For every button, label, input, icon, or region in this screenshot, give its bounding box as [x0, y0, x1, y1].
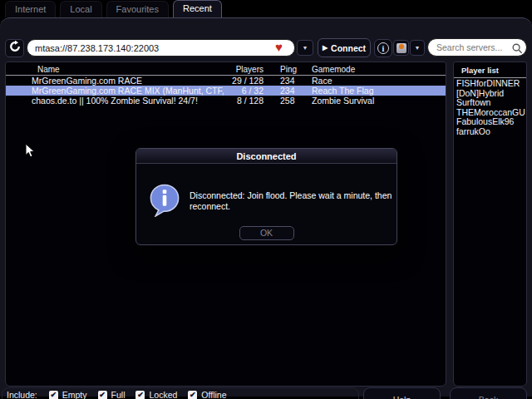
checkbox-icon[interactable]: ✔: [135, 391, 145, 399]
refresh-icon: [9, 41, 21, 56]
player-list-panel: Player list FISHforDINNER[DoN]HybridSurf…: [453, 62, 527, 387]
include-label: Include:: [7, 390, 37, 399]
dialog-title: Disconnected: [136, 149, 397, 164]
filter-label: Full: [111, 390, 126, 399]
table-row[interactable]: MrGreenGaming.com RACE29 / 128234Race: [6, 76, 446, 86]
table-row[interactable]: MrGreenGaming.com RACE MIX (ManHunt, CTF…: [6, 86, 446, 96]
info-bubble-icon: [149, 184, 180, 217]
include-filter-row: Include: ✔Empty✔Full✔Locked✔Offline: [7, 390, 238, 399]
player-list-item[interactable]: Surftown: [454, 98, 526, 108]
table-row[interactable]: chaos.de.to || 100% Zombie Survival! 24/…: [6, 96, 446, 106]
player-list-item[interactable]: FISHforDINNER: [454, 79, 526, 89]
cell-name: MrGreenGaming.com RACE MIX (ManHunt, CTF…: [6, 86, 227, 96]
player-list-title: Player list: [454, 62, 526, 78]
player-list-item[interactable]: [DoN]Hybrid: [454, 89, 526, 99]
player-list-item[interactable]: farrukOo: [454, 127, 526, 137]
disconnected-dialog: Disconnected Disconnected: Join flood. P…: [135, 148, 397, 245]
cell-gamemode: Race: [307, 76, 446, 86]
cell-ping: 234: [264, 86, 307, 96]
server-options-button[interactable]: [393, 40, 409, 56]
server-options-icon: [397, 43, 406, 53]
column-header-ping[interactable]: Ping: [264, 65, 307, 74]
connect-label: Connect: [331, 43, 366, 53]
server-rows: MrGreenGaming.com RACE29 / 128234RaceMrG…: [6, 76, 446, 106]
checkbox-icon[interactable]: ✔: [188, 391, 197, 399]
address-dropdown-button[interactable]: ▼: [297, 40, 313, 56]
cell-name: chaos.de.to || 100% Zombie Survival! 24/…: [6, 96, 227, 106]
filter-label: Locked: [149, 390, 177, 399]
tab-recent[interactable]: Recent: [173, 0, 222, 17]
help-label: Help: [393, 395, 411, 399]
chevron-down-icon: ▼: [303, 45, 308, 51]
play-icon: ▶: [323, 44, 328, 52]
filter-locked[interactable]: ✔Locked: [135, 390, 177, 399]
mouse-cursor: [25, 143, 35, 161]
tab-local[interactable]: Local: [60, 1, 101, 17]
cell-name: MrGreenGaming.com RACE: [6, 76, 227, 86]
filter-full[interactable]: ✔Full: [98, 390, 126, 399]
dialog-message: Disconnected: Join flood. Please wait a …: [190, 190, 402, 212]
address-input[interactable]: [27, 39, 295, 57]
filter-empty[interactable]: ✔Empty: [49, 390, 87, 399]
table-header: Name Players Ping Gamemode: [6, 62, 446, 76]
refresh-button[interactable]: [5, 39, 24, 57]
favourite-heart-icon[interactable]: ♥: [275, 38, 283, 57]
info-icon: i: [377, 42, 389, 54]
player-list-item[interactable]: THEMoroccanGU: [454, 108, 526, 118]
filter-label: Empty: [62, 390, 87, 399]
column-header-players[interactable]: Players: [227, 65, 264, 74]
cell-gamemode: Zombie Survival: [307, 96, 446, 106]
ok-label: OK: [260, 228, 273, 238]
tab-favourites[interactable]: Favourites: [106, 1, 169, 17]
back-label: Back: [479, 395, 498, 399]
connect-button[interactable]: ▶ Connect: [318, 38, 371, 57]
column-header-gamemode[interactable]: Gamemode: [307, 65, 446, 74]
help-button[interactable]: Help: [363, 387, 441, 399]
checkbox-icon[interactable]: ✔: [49, 391, 58, 399]
tab-internet[interactable]: Internet: [5, 1, 56, 17]
cell-gamemode: Reach The Flag: [307, 86, 446, 96]
cell-players: 8 / 128: [227, 96, 264, 106]
player-list-item[interactable]: FabulousElk96: [454, 117, 526, 127]
search-icon: [512, 42, 523, 53]
info-button[interactable]: i: [374, 39, 392, 57]
chevron-down-icon: ▼: [415, 45, 421, 51]
player-list-items: FISHforDINNER[DoN]HybridSurftownTHEMoroc…: [454, 78, 526, 137]
column-header-name[interactable]: Name: [6, 65, 227, 74]
cell-ping: 258: [264, 96, 307, 106]
filter-checkboxes: ✔Empty✔Full✔Locked✔Offline: [49, 390, 238, 399]
back-button[interactable]: Back: [450, 387, 527, 399]
filter-offline[interactable]: ✔Offline: [188, 390, 226, 399]
cell-players: 6 / 32: [227, 86, 264, 96]
server-options-dropdown-button[interactable]: ▼: [410, 40, 425, 56]
checkbox-icon[interactable]: ✔: [98, 391, 107, 399]
ok-button[interactable]: OK: [239, 226, 294, 240]
tab-bar: InternetLocalFavouritesRecent: [5, 0, 222, 17]
cell-ping: 234: [264, 76, 307, 86]
cell-players: 29 / 128: [227, 76, 264, 86]
filter-label: Offline: [201, 390, 226, 399]
